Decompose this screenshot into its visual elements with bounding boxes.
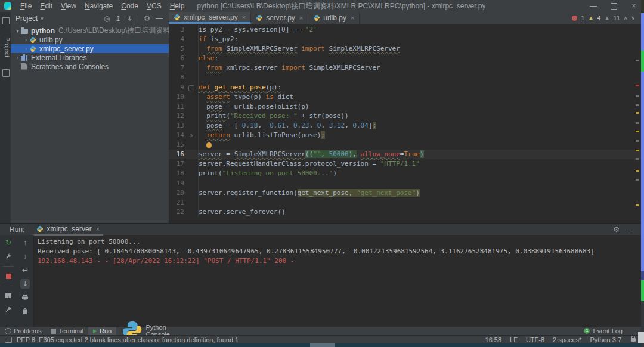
- lock-icon[interactable]: [631, 338, 636, 342]
- stripe-mark[interactable]: [636, 131, 639, 132]
- line-number[interactable]: 14: [169, 131, 184, 140]
- close-icon[interactable]: ×: [242, 14, 246, 21]
- code-line-15[interactable]: 15: [169, 140, 641, 150]
- settings-wrench-icon[interactable]: [4, 252, 13, 261]
- stripe-mark[interactable]: [636, 140, 639, 142]
- toolwindow-toggle-icon[interactable]: [5, 337, 12, 343]
- status-item-2-spaces-[interactable]: 2 spaces*: [553, 336, 581, 343]
- toolwindow-button-problems[interactable]: !Problems: [0, 327, 46, 335]
- bookmark-tool-icon[interactable]: [2, 69, 10, 77]
- line-number[interactable]: 22: [169, 207, 184, 217]
- chevron-down-icon[interactable]: ▾: [41, 16, 44, 21]
- line-number[interactable]: 17: [169, 159, 184, 169]
- project-panel-title[interactable]: Project: [16, 14, 38, 23]
- code-line-21[interactable]: 21: [169, 198, 641, 207]
- code-line-14[interactable]: 14⌂ return urlib.listToPose(pose);: [169, 131, 641, 140]
- status-item-lf[interactable]: LF: [510, 336, 518, 343]
- stripe-mark[interactable]: [636, 204, 639, 206]
- editor-tab-xmlrpc_server.py[interactable]: xmlrpc_server.py×: [169, 12, 251, 24]
- line-number[interactable]: 15: [169, 140, 184, 150]
- line-number[interactable]: 4: [169, 35, 184, 44]
- line-number[interactable]: 21: [169, 198, 184, 207]
- line-number[interactable]: 5: [169, 44, 184, 54]
- code-line-8[interactable]: 8: [169, 73, 641, 82]
- settings-icon[interactable]: ⚙: [613, 225, 620, 234]
- line-number[interactable]: 7: [169, 63, 184, 73]
- close-icon[interactable]: ×: [299, 14, 303, 21]
- code-line-16[interactable]: 16server = SimpleXMLRPCServer(("", 50000…: [169, 150, 641, 159]
- tree-item-external-libraries[interactable]: ›External Libraries: [11, 53, 169, 62]
- stripe-mark[interactable]: [636, 60, 639, 61]
- stripe-mark[interactable]: [636, 112, 639, 114]
- up-stack-icon[interactable]: ↑: [20, 238, 30, 247]
- run-console[interactable]: Listening on port 50000...Received pose:…: [34, 235, 641, 327]
- code-line-12[interactable]: 12 print("Received pose: " + str(pose)): [169, 111, 641, 121]
- clear-icon[interactable]: [20, 306, 30, 316]
- run-tab[interactable]: xmlrpc_server ×: [33, 223, 103, 236]
- stripe-mark[interactable]: [636, 122, 639, 124]
- chevron-right-icon[interactable]: ›: [23, 37, 29, 43]
- code-line-5[interactable]: 5 from SimpleXMLRPCServer import SimpleX…: [169, 44, 641, 54]
- status-item-utf-8[interactable]: UTF-8: [526, 336, 544, 343]
- scroll-to-end-icon[interactable]: ↧: [20, 279, 30, 289]
- intention-bulb-icon[interactable]: [206, 142, 212, 148]
- stripe-mark[interactable]: [636, 170, 639, 172]
- code-line-11[interactable]: 11 pose = urlib.poseToList(p): [169, 102, 641, 111]
- line-number[interactable]: 11: [169, 102, 184, 111]
- stripe-mark[interactable]: [636, 158, 639, 160]
- toolwindow-button-run[interactable]: ▶Run: [88, 327, 116, 335]
- down-stack-icon[interactable]: ↓: [20, 252, 30, 261]
- locate-icon[interactable]: ◎: [104, 14, 110, 23]
- rerun-icon[interactable]: ↻: [4, 238, 13, 247]
- code-line-13[interactable]: 13 pose = [-0.18, -0.61, 0.23, 0, 3.12, …: [169, 121, 641, 131]
- event-log-button[interactable]: 1Event Log: [584, 327, 644, 334]
- line-number[interactable]: 12: [169, 111, 184, 121]
- project-tool-icon[interactable]: [2, 17, 10, 24]
- line-number[interactable]: 20: [169, 188, 184, 198]
- line-number[interactable]: 8: [169, 73, 184, 82]
- code-line-22[interactable]: 22server.serve_forever(): [169, 207, 641, 217]
- code-line-9[interactable]: 9−def get_next_pose(p):: [169, 83, 641, 92]
- next-issue-icon[interactable]: ∨: [631, 15, 635, 21]
- code-line-20[interactable]: 20server.register_function(get_next_pose…: [169, 188, 641, 198]
- stripe-mark[interactable]: [636, 150, 639, 151]
- close-icon[interactable]: ×: [96, 225, 100, 233]
- line-number[interactable]: 18: [169, 169, 184, 178]
- minimize-icon[interactable]: —: [583, 0, 603, 12]
- code-line-17[interactable]: 17server.RequestHandlerClass.protocol_ve…: [169, 159, 641, 169]
- print-icon[interactable]: [20, 293, 30, 302]
- code-line-7[interactable]: 7 from xmlrpc.server import SimpleXMLRPC…: [169, 63, 641, 73]
- settings-icon[interactable]: ⚙: [144, 14, 150, 23]
- code-line-6[interactable]: 6else:: [169, 54, 641, 63]
- tree-item-urlib-py[interactable]: ›urlib.py: [11, 35, 169, 44]
- fold-icon[interactable]: −: [184, 83, 199, 92]
- menu-file[interactable]: File: [16, 2, 36, 10]
- line-number[interactable]: 10: [169, 92, 184, 102]
- menu-navigate[interactable]: Navigate: [80, 2, 117, 10]
- inspections-widget[interactable]: 1 ▲ 4 ▲ 11 ∧ ∨: [572, 12, 641, 24]
- stripe-mark[interactable]: [636, 85, 639, 86]
- stop-icon[interactable]: [4, 271, 13, 281]
- pin-icon[interactable]: [4, 305, 13, 314]
- menu-code[interactable]: Code: [117, 2, 143, 10]
- stripe-mark[interactable]: [636, 95, 639, 97]
- close-icon[interactable]: ×: [351, 14, 354, 21]
- line-number[interactable]: 9: [169, 83, 184, 92]
- tree-item-python[interactable]: ▾pythonC:\Users\LB\Desktop\接口培训资料\XMLR P…: [11, 26, 169, 35]
- line-number[interactable]: 19: [169, 179, 184, 188]
- gutter-marker-icon[interactable]: ⌂: [184, 131, 199, 140]
- restore-icon[interactable]: [603, 0, 624, 12]
- editor-tab-server.py[interactable]: server.py×: [251, 12, 308, 24]
- menu-edit[interactable]: Edit: [36, 2, 57, 10]
- code-line-18[interactable]: 18print("Listening on port 50000..."): [169, 169, 641, 178]
- tree-item-xmlrpc-server-py[interactable]: ›xmlrpc_server.py: [11, 44, 169, 53]
- chevron-down-icon[interactable]: ▾: [14, 28, 21, 34]
- hide-icon[interactable]: —: [156, 14, 163, 23]
- editor-tab-urlib.py[interactable]: urlib.py×: [308, 12, 360, 24]
- chevron-right-icon[interactable]: ›: [14, 55, 21, 61]
- menu-help[interactable]: Help: [166, 2, 189, 10]
- code-editor[interactable]: 3is_py2 = sys.version[0] == '2'4if is_py…: [169, 25, 641, 223]
- code-line-3[interactable]: 3is_py2 = sys.version[0] == '2': [169, 25, 641, 35]
- line-number[interactable]: 3: [169, 25, 184, 35]
- project-stripe-button[interactable]: Project: [4, 37, 11, 57]
